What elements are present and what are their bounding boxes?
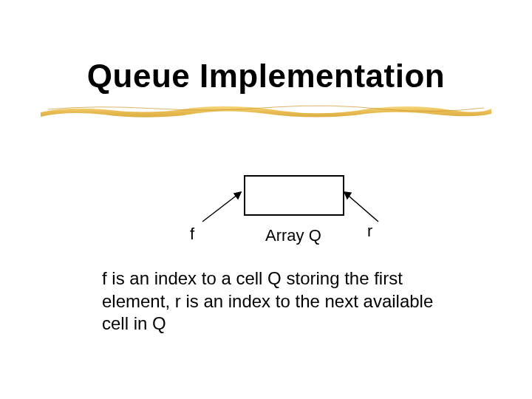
svg-marker-3	[344, 192, 351, 199]
svg-line-0	[202, 192, 241, 222]
label-array-q: Array Q	[265, 226, 321, 245]
slide-title: Queue Implementation	[0, 58, 532, 95]
body-text: f is an index to a cell Q storing the fi…	[102, 267, 449, 335]
array-box	[244, 175, 344, 216]
slide: Queue Implementation f Array Q r f is an…	[0, 0, 532, 399]
svg-marker-1	[234, 192, 241, 199]
label-r: r	[367, 222, 372, 241]
svg-line-2	[344, 192, 378, 222]
arrow-right	[340, 188, 384, 225]
brush-stroke-divider	[37, 102, 495, 118]
label-f: f	[190, 225, 194, 244]
arrow-left	[200, 188, 251, 225]
